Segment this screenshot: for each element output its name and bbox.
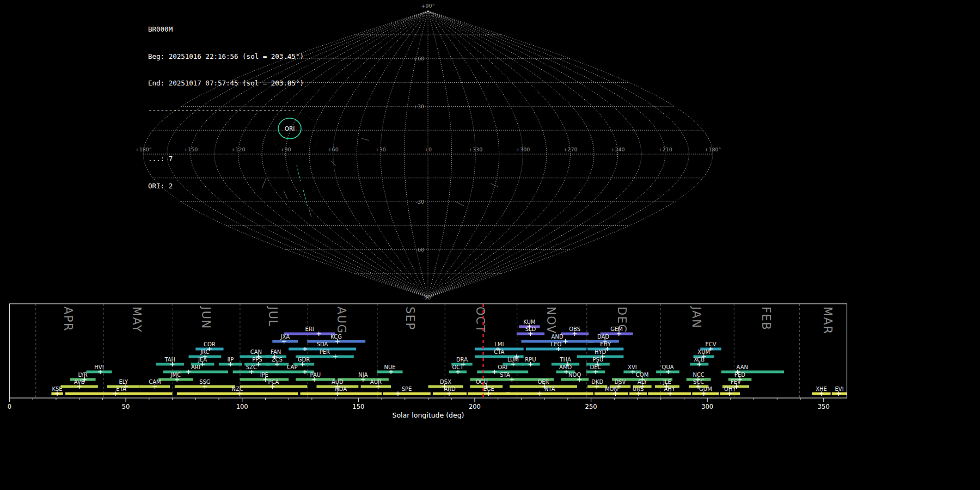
shower-code-label: OBS: [569, 326, 580, 332]
shower-code-label: ECV: [705, 341, 716, 347]
shower-code-label: SCC: [693, 379, 704, 385]
shower-activity-bar: [65, 393, 173, 395]
shower-code-label: DSX: [440, 379, 451, 385]
month-label: MAY: [130, 307, 143, 333]
shower-code-label: TAH: [164, 357, 175, 363]
month-label: FEB: [759, 307, 773, 330]
shower-code-label: SLD: [525, 326, 536, 332]
shower-code-label: AAN: [737, 364, 748, 370]
axis-tick-label: 150: [352, 403, 364, 411]
shower-code-label: HVI: [94, 364, 103, 370]
shower-code-label: ARI: [191, 364, 200, 370]
shower-code-label: ALY: [638, 379, 647, 385]
shower-code-label: JRC: [200, 349, 209, 355]
shower-code-label: NZC: [232, 386, 243, 392]
month-label: AUG: [335, 307, 348, 334]
shower-code-label: LYR: [78, 372, 87, 378]
shower-code-label: MON: [605, 386, 618, 392]
shower-code-label: OCU: [476, 379, 488, 385]
station-id: BR000M: [148, 25, 304, 34]
shower-activity-bar: [301, 393, 382, 395]
shower-code-label: FAN: [271, 349, 281, 355]
session-begin: Beg: 20251016 22:16:56 (sol = 203.45°): [148, 52, 304, 62]
month-label: SEP: [403, 307, 416, 330]
shower-code-label: ETA: [116, 386, 126, 392]
shower-code-label: CAP: [287, 364, 298, 370]
shower-activity-bar: [561, 378, 589, 381]
shower-code-label: RPU: [525, 357, 536, 363]
axis-tick-label: 50: [122, 403, 130, 411]
shower-code-label: PCA: [268, 379, 279, 385]
x-axis-title: Solar longitude (deg): [392, 411, 464, 419]
shower-code-label: ORI: [498, 364, 507, 370]
shower-code-label: JXA: [280, 334, 290, 340]
shower-code-label: AUD: [332, 379, 344, 385]
shower-code-label: EVI: [835, 386, 844, 392]
shower-code-label: XVI: [628, 364, 637, 370]
shower-activity-bar: [156, 363, 184, 366]
shower-activity-bar: [270, 371, 314, 373]
shower-code-label: DKD: [591, 379, 603, 385]
shower-code-label: LMI: [494, 341, 504, 347]
shower-code-label: KCG: [330, 334, 342, 340]
shower-code-label: LUM: [507, 357, 519, 363]
shower-code-label: DSV: [615, 379, 626, 385]
sporadic-count: ...: 7: [148, 155, 304, 164]
shower-code-label: SZC: [246, 364, 257, 370]
shower-code-label: OHY: [724, 386, 736, 392]
month-label: JUL: [266, 305, 279, 327]
axis-tick-label: 200: [469, 403, 481, 411]
shower-code-label: IPE: [260, 372, 268, 378]
shower-code-label: OCT: [452, 364, 464, 370]
shower-code-label: KSE: [52, 386, 62, 392]
shower-activity-bar: [721, 371, 784, 373]
session-info: BR000M Beg: 20251016 22:16:56 (sol = 203…: [148, 7, 304, 209]
shower-code-label: PSU: [593, 357, 604, 363]
shower-code-label: GDR: [298, 357, 310, 363]
shower-code-label: SDA: [317, 341, 328, 347]
activity-timeline-chart: APRMAYJUNJULAUGSEPOCTNOVDECJANFEBMARKUME…: [0, 0, 980, 490]
shower-code-label: THA: [559, 357, 571, 363]
shower-code-label: AMO: [559, 364, 572, 370]
month-label: JAN: [690, 305, 703, 328]
shower-code-label: NOO: [568, 372, 581, 378]
shower-activity-bar: [361, 385, 391, 388]
shower-code-label: EGE: [483, 386, 494, 392]
shower-code-label: FEV: [731, 379, 741, 385]
shower-code-label: FED: [734, 372, 745, 378]
shower-code-label: DRA: [456, 357, 468, 363]
shower-activity-bar: [506, 393, 593, 395]
shower-code-label: STA: [500, 372, 510, 378]
axis-tick-label: 0: [8, 403, 11, 411]
shower-code-label: SPE: [402, 386, 412, 392]
shower-code-label: GEM: [610, 326, 623, 332]
shower-code-label: ELY: [119, 379, 129, 385]
shower-code-label: JEA: [198, 357, 207, 363]
shower-code-label: AHY: [664, 386, 676, 392]
shower-code-label: NTA: [544, 386, 555, 392]
shower-code-label: XUM: [697, 349, 710, 355]
radiant-map-screen: BR000M Beg: 20251016 22:16:56 (sol = 203…: [0, 0, 980, 490]
shower-activity-bar: [177, 393, 298, 395]
shower-code-label: AUR: [370, 379, 382, 385]
shower-code-label: DAD: [597, 334, 609, 340]
shower-code-label: OER: [537, 379, 549, 385]
shower-code-label: LEO: [551, 341, 562, 347]
shower-code-label: CAM: [149, 379, 161, 385]
shower-code-label: CAN: [250, 349, 262, 355]
shower-code-label: COM: [636, 372, 648, 378]
shower-activity-bar: [383, 393, 431, 395]
shower-code-label: COR: [204, 341, 216, 347]
shower-code-label: PAU: [310, 372, 321, 378]
shower-code-label: NCC: [693, 372, 704, 378]
shower-code-label: URS: [633, 386, 644, 392]
shower-activity-bar: [284, 333, 335, 335]
axis-tick-label: 350: [818, 403, 830, 411]
shower-code-label: KUM: [523, 319, 535, 325]
shower-code-label: ERI: [305, 326, 314, 332]
shower-code-label: ARD: [444, 386, 456, 392]
ori-count: ORI: 2: [148, 182, 304, 191]
shower-code-label: GUM: [699, 386, 712, 392]
shower-activity-bar: [526, 348, 586, 351]
shower-code-label: AND: [552, 334, 564, 340]
